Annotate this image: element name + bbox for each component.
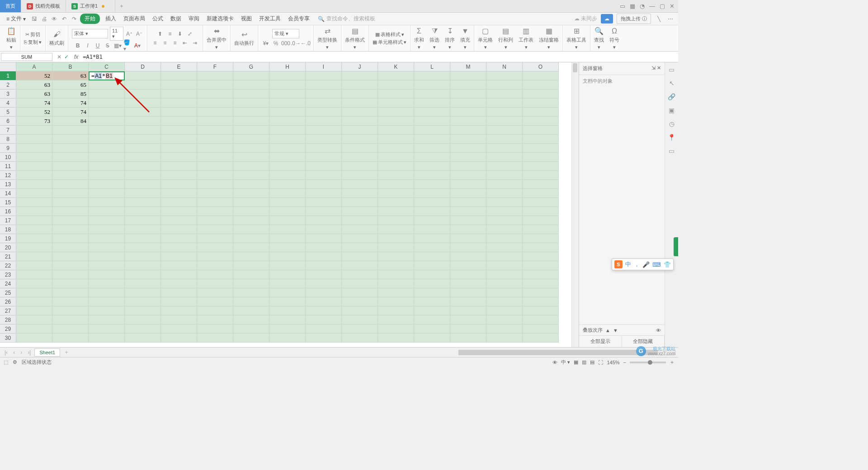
cell[interactable] (52, 252, 89, 261)
dec-inc-icon[interactable]: .0→ (292, 39, 300, 47)
cell[interactable] (523, 126, 559, 135)
cell[interactable] (378, 144, 414, 153)
cell[interactable] (486, 117, 523, 126)
cell-style-button[interactable]: ▦ 单元格样式▾ (373, 39, 406, 46)
rail-clock-icon[interactable]: ◷ (669, 120, 675, 127)
cell[interactable] (306, 306, 342, 315)
cell[interactable] (378, 234, 414, 243)
cell[interactable] (269, 297, 306, 306)
cell[interactable] (306, 288, 342, 297)
row-header[interactable]: 14 (0, 189, 16, 198)
cell[interactable] (306, 189, 342, 198)
cell[interactable] (306, 153, 342, 162)
align-center-icon[interactable]: ≡ (161, 39, 169, 47)
cell[interactable] (52, 288, 89, 297)
view-break-icon[interactable]: ▤ (590, 359, 594, 365)
cell[interactable] (16, 153, 52, 162)
row-header[interactable]: 24 (0, 279, 16, 288)
cell[interactable] (414, 126, 450, 135)
freeze-button[interactable]: ▦冻结窗格▾ (539, 27, 559, 50)
cell[interactable] (306, 89, 342, 99)
cell[interactable] (342, 315, 378, 324)
cell[interactable] (378, 117, 414, 126)
col-header[interactable]: G (233, 62, 269, 71)
paste-button[interactable]: 📋粘贴▾ (6, 27, 16, 50)
cell[interactable] (306, 126, 342, 135)
col-header[interactable]: C (89, 62, 125, 71)
cell[interactable] (16, 198, 52, 207)
cell[interactable] (161, 80, 197, 89)
cell[interactable] (161, 117, 197, 126)
cell[interactable] (197, 135, 233, 144)
cell[interactable] (378, 297, 414, 306)
cell[interactable] (269, 135, 306, 144)
row-header[interactable]: 27 (0, 306, 16, 315)
cell[interactable] (306, 71, 342, 80)
align-bot-icon[interactable]: ⬇ (176, 30, 184, 38)
cell[interactable] (378, 243, 414, 252)
row-header[interactable]: 26 (0, 297, 16, 306)
rowcol-button[interactable]: ▤行和列▾ (498, 27, 513, 50)
cell[interactable] (450, 80, 486, 89)
undo-icon[interactable]: ↶ (60, 15, 68, 23)
cell[interactable] (197, 288, 233, 297)
cell[interactable] (197, 207, 233, 216)
cell[interactable] (89, 198, 125, 207)
cell[interactable] (16, 162, 52, 171)
cell[interactable]: 65 (52, 80, 89, 89)
cell[interactable] (197, 99, 233, 108)
cell[interactable] (486, 89, 523, 99)
menu-start[interactable]: 开始 (80, 14, 100, 24)
cell[interactable] (450, 279, 486, 288)
cell[interactable] (16, 252, 52, 261)
cell[interactable] (378, 71, 414, 80)
zoom-out-icon[interactable]: − (623, 360, 626, 365)
cell[interactable] (197, 252, 233, 261)
cell[interactable] (197, 80, 233, 89)
cell[interactable] (342, 180, 378, 189)
layout2-icon[interactable]: ▦ (630, 3, 635, 9)
cell[interactable] (306, 279, 342, 288)
cell[interactable] (269, 189, 306, 198)
cell[interactable] (450, 324, 486, 334)
cell[interactable] (378, 153, 414, 162)
cell[interactable] (378, 99, 414, 108)
cell[interactable] (16, 189, 52, 198)
cell[interactable] (161, 334, 197, 343)
col-header[interactable]: J (342, 62, 378, 71)
cell[interactable] (197, 234, 233, 243)
panel-close-icon[interactable]: ✕ (657, 65, 661, 70)
cell[interactable] (52, 243, 89, 252)
cell[interactable]: 74 (52, 108, 89, 117)
cell[interactable] (523, 297, 559, 306)
cell[interactable] (125, 162, 161, 171)
cell[interactable] (486, 243, 523, 252)
cell[interactable] (161, 162, 197, 171)
cell[interactable] (306, 216, 342, 225)
cell[interactable] (306, 252, 342, 261)
cell[interactable] (161, 153, 197, 162)
cell[interactable]: 74 (16, 99, 52, 108)
bold-icon[interactable]: B (74, 42, 82, 50)
fill-button[interactable]: ▼填充▾ (460, 27, 470, 50)
cell[interactable] (342, 288, 378, 297)
tab-templates[interactable]: D找稻壳模板 (21, 0, 66, 12)
cell[interactable] (16, 334, 52, 343)
cell[interactable] (52, 135, 89, 144)
cell[interactable] (342, 89, 378, 99)
cell[interactable] (342, 171, 378, 180)
cell[interactable] (89, 180, 125, 189)
cell[interactable] (197, 334, 233, 343)
cell[interactable] (125, 207, 161, 216)
cut-button[interactable]: ✂ 剪切 (25, 31, 40, 38)
cell[interactable] (89, 99, 125, 108)
cell[interactable] (52, 270, 89, 279)
cell[interactable] (269, 334, 306, 343)
cell[interactable] (306, 180, 342, 189)
spreadsheet-grid[interactable]: ABCDEFGHIJKLMNO15263= A1 * B126365363854… (0, 62, 571, 347)
cell[interactable] (125, 71, 161, 80)
cell[interactable] (52, 162, 89, 171)
cell[interactable] (52, 306, 89, 315)
cell[interactable] (197, 297, 233, 306)
more-icon[interactable]: ⋯ (666, 15, 675, 23)
